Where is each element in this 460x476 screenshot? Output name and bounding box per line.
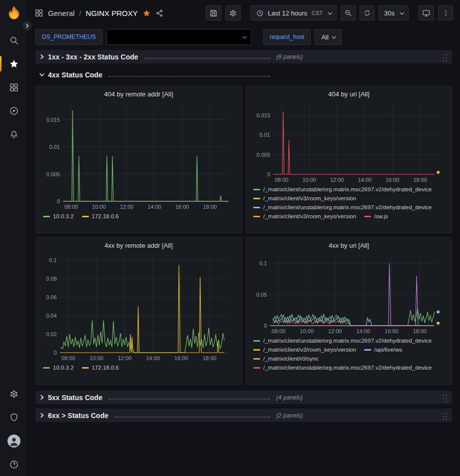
panel-title[interactable]: 404 by remote addr [All] — [41, 88, 236, 100]
sidebar-item-dashboards[interactable] — [0, 75, 27, 99]
legend-color-swatch — [253, 367, 260, 369]
svg-text:18:00: 18:00 — [203, 204, 217, 210]
legend-item[interactable]: 10.0.3.2 — [43, 365, 74, 371]
sidebar-item-explore[interactable] — [0, 99, 27, 122]
legend-item[interactable]: /_matrix/client/unstable/org.matrix.msc2… — [253, 365, 432, 371]
refresh-interval-label: 30s — [384, 9, 395, 17]
save-dashboard-button[interactable] — [206, 5, 221, 20]
sidebar-expand-button[interactable] — [23, 21, 31, 30]
request-host-value-dropdown[interactable]: All — [315, 29, 341, 45]
host-variable-select[interactable] — [106, 29, 251, 45]
legend-item[interactable]: 172.18.0.6 — [82, 213, 119, 219]
legend-label: 172.18.0.6 — [92, 213, 119, 219]
row-dotted-leader — [108, 399, 270, 400]
legend-item[interactable]: /sw.js — [364, 213, 388, 219]
svg-text:12:00: 12:00 — [120, 204, 134, 210]
legend-item[interactable]: /_matrix/client/v3/room_keys/version — [253, 347, 356, 353]
chart-svg: 00.020.040.060.080.108:0010:0012:0014:00… — [41, 252, 236, 363]
series-line — [63, 110, 229, 201]
svg-text:18:00: 18:00 — [413, 177, 427, 183]
chart-legend: /_matrix/client/unstable/org.matrix.msc2… — [251, 336, 447, 371]
svg-text:12:00: 12:00 — [118, 355, 132, 361]
legend-item[interactable]: 10.0.3.2 — [43, 213, 74, 219]
chart-4xx-by-remote-addr[interactable]: 00.020.040.060.080.108:0010:0012:0014:00… — [41, 252, 236, 363]
legend-item[interactable]: /_matrix/client/unstable/org.matrix.msc2… — [253, 186, 432, 192]
refresh-interval-dropdown[interactable]: 30s — [379, 5, 409, 20]
svg-text:12:00: 12:00 — [330, 177, 344, 183]
legend-item[interactable]: /_matrix/client/unstable/org.matrix.msc2… — [253, 204, 432, 210]
svg-text:08:00: 08:00 — [61, 355, 75, 361]
legend-label: /_matrix/client/r0/sync — [263, 356, 319, 362]
dashboard-settings-button[interactable] — [225, 5, 241, 20]
row-5xx-status-code[interactable]: 5xx Status Code (4 panels) — [35, 391, 452, 404]
dashboard-title[interactable]: NGINX PROXY — [86, 9, 138, 17]
panel-title[interactable]: 4xx by remote addr [All] — [41, 240, 236, 252]
row-1xx-3xx-2xx-status-code[interactable]: 1xx - 3xx - 2xx Status Code (6 panels) — [35, 50, 452, 63]
row-title: 5xx Status Code — [48, 394, 102, 402]
row-drag-handle-icon[interactable] — [442, 393, 448, 402]
legend-label: /sw.js — [374, 213, 388, 219]
chart-legend: /_matrix/client/unstable/org.matrix.msc2… — [251, 184, 447, 219]
grafana-logo-icon[interactable] — [5, 4, 22, 21]
row-4xx-status-code[interactable]: 4xx Status Code — [35, 68, 452, 81]
legend-label: /api/live/ws — [374, 347, 402, 353]
kebab-menu-button[interactable] — [438, 5, 453, 20]
time-range-picker[interactable]: Last 12 hours CST — [251, 5, 337, 20]
legend-color-swatch — [253, 198, 260, 199]
share-icon[interactable] — [155, 9, 164, 17]
svg-text:10:00: 10:00 — [92, 204, 106, 210]
timezone-label: CST — [312, 10, 323, 16]
svg-text:0: 0 — [267, 171, 270, 177]
sidebar-item-help[interactable] — [0, 453, 27, 476]
refresh-button[interactable] — [360, 5, 375, 20]
row-drag-handle-icon[interactable] — [442, 52, 448, 61]
svg-text:0.08: 0.08 — [46, 276, 56, 282]
panel-title[interactable]: 404 by uri [All] — [251, 88, 447, 100]
series-end-dot — [437, 322, 440, 325]
header-actions: Last 12 hours CST — [206, 5, 453, 20]
row-drag-handle-icon[interactable] — [442, 411, 448, 420]
series-line — [273, 320, 434, 326]
svg-text:10:00: 10:00 — [89, 355, 103, 361]
sidebar-item-profile[interactable] — [0, 429, 27, 453]
chart-404-by-uri[interactable]: 00.0050.010.01508:0010:0012:0014:0016:00… — [251, 100, 447, 184]
sidebar-item-server-admin[interactable] — [0, 406, 27, 429]
chart-404-by-remote-addr[interactable]: 00.0050.010.01508:0010:0012:0014:0016:00… — [41, 100, 236, 211]
row-6xx-status-code[interactable]: 6xx > Status Code (2 panels) — [35, 409, 452, 422]
legend-label: /_matrix/client/v3/room_keys/version — [263, 347, 356, 353]
favorite-star-icon[interactable] — [142, 9, 151, 17]
star-icon — [9, 59, 19, 69]
legend-item[interactable]: /_matrix/client/r0/sync — [253, 356, 319, 362]
chart-4xx-by-uri[interactable]: 00.050.108:0010:0012:0014:0016:0018:00 — [251, 252, 447, 336]
svg-text:18:00: 18:00 — [203, 355, 217, 361]
svg-text:0.04: 0.04 — [46, 313, 56, 319]
svg-text:14:00: 14:00 — [358, 177, 372, 183]
row-panel-count: (6 panels) — [276, 53, 303, 60]
panel-4xx-by-remote-addr: 4xx by remote addr [All] 00.020.040.060.… — [35, 237, 242, 385]
legend-color-swatch — [364, 216, 371, 217]
svg-text:12:00: 12:00 — [328, 328, 342, 334]
row-expand-chevron-icon — [39, 71, 44, 76]
legend-item[interactable]: /_matrix/client/v3/room_keys/version — [253, 195, 356, 201]
chart-svg: 00.0050.010.01508:0010:0012:0014:0016:00… — [41, 100, 236, 211]
sidebar-item-starred[interactable] — [0, 52, 27, 75]
panel-404-by-uri: 404 by uri [All] 00.0050.010.01508:0010:… — [246, 86, 452, 233]
variable-ds-prometheus-label[interactable]: DS_PROMETHEUS — [35, 29, 102, 45]
legend-item[interactable]: 172.18.0.6 — [82, 365, 119, 371]
legend-item[interactable]: /_matrix/client/unstable/org.matrix.msc2… — [253, 338, 432, 344]
sidebar-item-search[interactable] — [0, 28, 27, 52]
legend-item[interactable]: /_matrix/client/v3/room_keys/version — [253, 213, 356, 219]
zoom-out-button[interactable] — [341, 5, 356, 20]
svg-text:0.005: 0.005 — [256, 152, 270, 158]
legend-item[interactable]: /api/live/ws — [364, 347, 402, 353]
panel-title[interactable]: 4xx by uri [All] — [251, 240, 447, 252]
bell-icon — [9, 129, 19, 139]
tv-mode-button[interactable] — [419, 5, 434, 20]
svg-text:0.05: 0.05 — [256, 292, 267, 298]
request-host-label[interactable]: request_host — [263, 29, 311, 45]
sidebar-item-configuration[interactable] — [0, 382, 27, 406]
legend-color-swatch — [253, 189, 260, 190]
breadcrumb-section[interactable]: General — [48, 9, 74, 17]
sidebar-item-alerting[interactable] — [0, 122, 27, 146]
row-dotted-leader — [114, 417, 270, 418]
